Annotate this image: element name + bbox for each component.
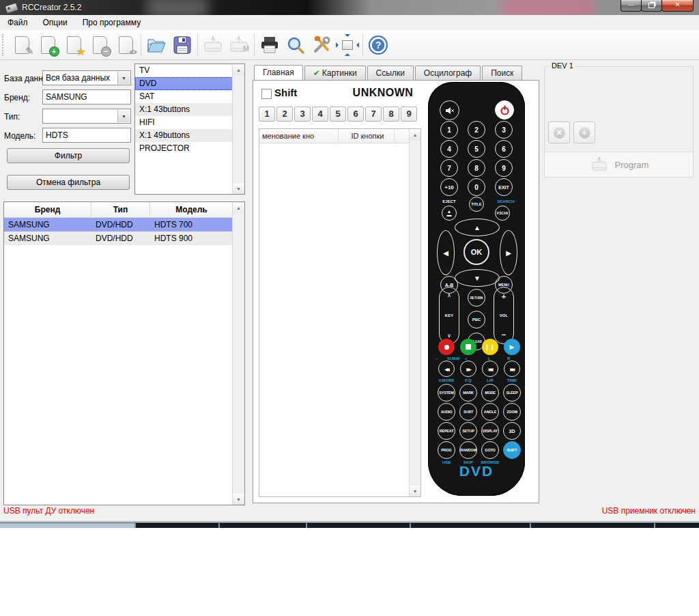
column-header-button-id[interactable]: ID кнопки xyxy=(339,129,395,143)
help-button[interactable]: ? xyxy=(365,32,391,58)
favorite-document-button[interactable]: ★ xyxy=(61,32,87,58)
tab-pictures[interactable]: ✔Картинки xyxy=(304,66,366,80)
db-combobox-arrow[interactable]: ▼ xyxy=(117,72,130,84)
scroll-up-icon[interactable]: ▲ xyxy=(233,64,244,75)
table-row[interactable]: SAMSUNG DVD/HDD HDTS 700 xyxy=(4,218,233,232)
scroll-down-icon[interactable]: ▼ xyxy=(233,183,244,194)
usb-write-m-button[interactable]: M xyxy=(226,32,252,58)
menu-about[interactable]: Про программу xyxy=(75,16,149,29)
brand-field[interactable]: SAMSUNG xyxy=(42,89,131,104)
number-button-2[interactable]: 2 xyxy=(276,107,293,122)
return-button[interactable]: RETURN xyxy=(468,289,485,307)
volume-rocker[interactable]: + VOL − xyxy=(494,287,514,344)
dpad-right-button[interactable]: ▶ xyxy=(500,230,517,275)
number-button-1[interactable]: 1 xyxy=(259,107,275,122)
type-combobox-arrow[interactable]: ▼ xyxy=(117,110,130,122)
column-header-extra[interactable] xyxy=(395,129,410,143)
dev-add-button[interactable]: + xyxy=(573,122,595,143)
list-item-hifi[interactable]: HIFI xyxy=(135,116,233,129)
button-table-scrollbar[interactable]: ▲ ▼ xyxy=(409,129,420,496)
digit-7-button[interactable]: 7 xyxy=(440,159,458,177)
play-button[interactable]: ▶ xyxy=(504,339,520,355)
repeat-button[interactable]: REPEAT xyxy=(438,422,455,440)
column-header-type[interactable]: Тип xyxy=(91,202,150,217)
menu-options[interactable]: Опции xyxy=(35,16,75,29)
exit-button[interactable]: EXIT xyxy=(495,178,513,196)
close-button[interactable]: ✕ xyxy=(661,0,694,12)
title-button[interactable]: TITLE xyxy=(469,197,484,212)
mark-button[interactable]: MARK xyxy=(459,384,477,402)
display-button[interactable]: DISPLAY xyxy=(481,422,499,440)
save-button[interactable] xyxy=(169,32,195,58)
shift-checkbox[interactable] xyxy=(261,89,272,99)
type-combobox[interactable]: ▼ xyxy=(42,109,131,124)
power-button[interactable] xyxy=(495,100,514,120)
setup-button[interactable]: SETUP xyxy=(459,422,477,440)
shift-button[interactable]: SHIFT xyxy=(503,441,521,459)
digit-6-button[interactable]: 6 xyxy=(495,140,513,158)
ok-button[interactable]: OK xyxy=(463,239,489,265)
mute-button[interactable] xyxy=(440,100,459,120)
list-item-sat[interactable]: SAT xyxy=(135,90,233,103)
digit-1-button[interactable]: 1 xyxy=(440,121,458,139)
column-header-model[interactable]: Модель xyxy=(150,202,233,217)
number-button-3[interactable]: 3 xyxy=(294,107,311,122)
column-header-button-name[interactable]: менование кно xyxy=(259,129,339,143)
model-field[interactable]: HDTS xyxy=(42,128,131,143)
dpad-up-button[interactable]: ▲ xyxy=(455,219,500,236)
pbc-button[interactable]: PBC xyxy=(468,311,485,328)
column-header-brand[interactable]: Бренд xyxy=(4,202,91,217)
digit-0-button[interactable]: 0 xyxy=(468,178,485,196)
list-item-dvd[interactable]: DVD xyxy=(135,77,233,90)
number-button-5[interactable]: 5 xyxy=(330,107,346,122)
number-button-6[interactable]: 6 xyxy=(347,107,364,122)
menu-file[interactable]: Файл xyxy=(0,16,35,29)
plus10-button[interactable]: +10 xyxy=(440,178,458,196)
prog-button[interactable]: PROG xyxy=(438,441,455,459)
scroll-up-icon[interactable]: ▲ xyxy=(410,129,420,140)
digit-2-button[interactable]: 2 xyxy=(468,121,485,139)
digit-9-button[interactable]: 9 xyxy=(495,159,513,177)
dpad-down-button[interactable]: ▼ xyxy=(455,269,500,287)
mode-button[interactable]: MODE xyxy=(481,384,499,402)
edit-document-button[interactable]: ✎ xyxy=(9,32,35,58)
stop-button[interactable] xyxy=(460,339,476,355)
list-item-projector[interactable]: PROJECTOR xyxy=(135,142,233,155)
digit-4-button[interactable]: 4 xyxy=(440,140,458,158)
angle-button[interactable]: ANGLE xyxy=(481,403,499,421)
cancel-filter-button[interactable]: Отмена фильтра xyxy=(7,175,130,190)
tab-oscillograph[interactable]: Осцилограф xyxy=(415,66,481,80)
fast-forward-button[interactable]: ▶▶ xyxy=(460,361,476,377)
toolbar-drag-handle[interactable] xyxy=(2,34,6,56)
device-list-scrollbar[interactable]: ▲ ▼ xyxy=(232,64,244,194)
next-track-button[interactable]: ▶▶| xyxy=(504,361,520,377)
db-combobox[interactable]: Вся база данных ▼ xyxy=(42,70,131,85)
list-item-x1-43[interactable]: X:1 43buttons xyxy=(135,103,233,116)
prev-track-button[interactable]: |◀◀ xyxy=(482,361,498,377)
fit-window-button[interactable] xyxy=(334,32,360,58)
pause-button[interactable]: ❙❙ xyxy=(482,339,498,355)
restore-button[interactable] xyxy=(641,0,662,12)
table-row[interactable]: SAMSUNG DVD/HDD HDTS 900 xyxy=(4,232,233,245)
dpad-left-button[interactable]: ◀ xyxy=(437,230,455,275)
print-button[interactable] xyxy=(257,32,283,58)
threed-button[interactable]: 3D xyxy=(503,422,521,440)
tools-button[interactable] xyxy=(309,32,334,58)
digit-8-button[interactable]: 8 xyxy=(468,159,485,177)
list-item-x1-49[interactable]: X:1 49buttons xyxy=(135,129,233,142)
program-button[interactable]: Program xyxy=(544,152,694,178)
usb-write-button[interactable] xyxy=(200,32,226,58)
random-button[interactable]: RANDOM xyxy=(459,441,477,459)
number-button-9[interactable]: 9 xyxy=(401,107,417,122)
minimize-button[interactable]: — xyxy=(620,0,642,12)
subtitle-button[interactable]: SUBT xyxy=(459,403,477,421)
new-document-button[interactable]: + xyxy=(35,32,61,58)
goto-button[interactable]: GOTO xyxy=(481,441,499,459)
number-button-7[interactable]: 7 xyxy=(365,107,382,122)
zoom-button[interactable]: ZOOM xyxy=(503,403,521,421)
filter-button[interactable]: Фильтр xyxy=(7,148,130,163)
results-table-scrollbar[interactable]: ▲ ▼ xyxy=(232,202,244,505)
key-rocker[interactable]: ∧ KEY ∨ xyxy=(439,287,459,344)
number-button-4[interactable]: 4 xyxy=(312,107,328,122)
scroll-down-icon[interactable]: ▼ xyxy=(410,486,420,496)
